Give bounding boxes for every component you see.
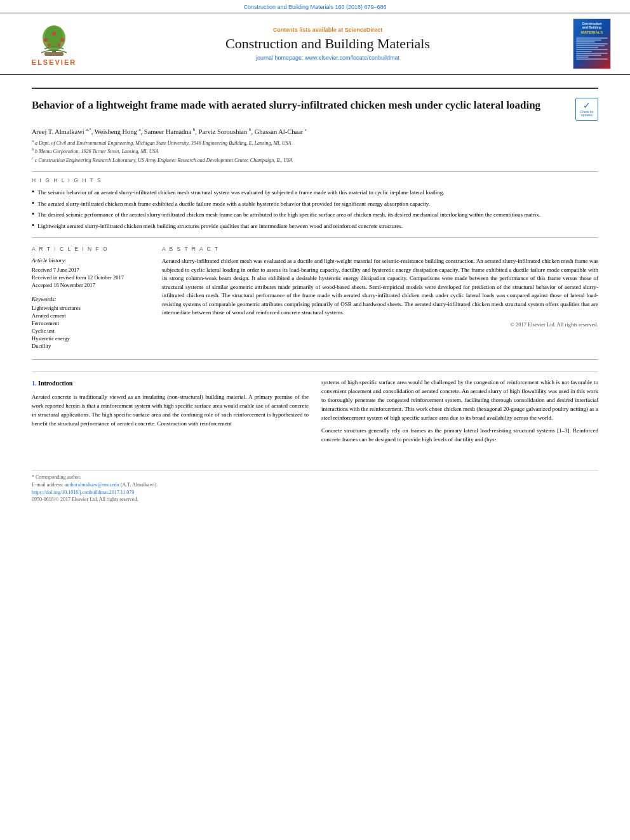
keyword-4: Cyclic test [32,328,149,334]
page-footer: * Corresponding author. E-mail address: … [32,470,598,502]
sciencedirect-link: Contents lists available at ScienceDirec… [89,27,566,33]
abstract-label: A B S T R A C T [162,246,598,252]
introduction-section: 1. Introduction Aerated concrete is trad… [32,371,598,448]
intro-para-2: systems of high specific surface area wo… [321,378,598,423]
sciencedirect-brand[interactable]: ScienceDirect [345,27,383,33]
intro-para-1: Aerated concrete is traditionally viewed… [32,393,309,429]
top-citation: Construction and Building Materials 160 … [0,0,630,13]
history-label: Article history: [32,257,149,263]
elsevier-logo: ELSEVIER [19,22,89,66]
footer-email: E-mail address: authoralmalkaw@msu.edu (… [32,482,598,488]
keyword-6: Ductility [32,343,149,349]
svg-point-5 [60,38,64,42]
affiliations: a a Dept. of Civil and Environmental Eng… [32,138,598,164]
affiliation-c: c c Construction Engineering Research La… [32,156,598,164]
intro-para-3: Concrete structures generally rely on fr… [321,427,598,444]
footer-email-address[interactable]: authoralmalkaw@msu.edu [65,482,119,488]
cover-decorative-lines [576,37,608,60]
highlights-label: H I G H L I G H T S [32,177,598,183]
svg-point-6 [48,43,51,46]
crossmark-badge[interactable]: ✓ Check for updates [575,98,598,121]
footer-corresponding: * Corresponding author. [32,474,598,480]
intro-two-col: 1. Introduction Aerated concrete is trad… [32,378,598,448]
abstract-col: A B S T R A C T Aerated slurry-infiltrat… [162,246,598,350]
journal-center: Contents lists available at ScienceDirec… [89,27,566,61]
journal-cover: Constructionand Building MATERIALS [566,18,611,69]
journal-header: ELSEVIER Contents lists available at Sci… [0,13,630,75]
main-content: Behavior of a lightweight frame made wit… [0,75,630,461]
footer-issn: 0950-0618/© 2017 Elsevier Ltd. All right… [32,497,598,502]
elsevier-tree-icon [32,22,76,57]
highlight-item-2: • The aerated slurry-infiltrated chicken… [32,200,598,208]
svg-point-7 [58,43,61,46]
citation-text: Construction and Building Materials 160 … [243,4,386,10]
svg-point-3 [44,38,48,42]
section-number: 1. [32,380,37,387]
affiliation-a: a a Dept. of Civil and Environmental Eng… [32,138,598,147]
highlight-text-2: The aerated slurry-infiltrated chicken m… [37,200,598,208]
article-title: Behavior of a lightweight frame made wit… [32,98,575,113]
article-history: Article history: Received 7 June 2017 Re… [32,257,149,288]
journal-cover-image: Constructionand Building MATERIALS [573,18,611,69]
article-info-label: A R T I C L E I N F O [32,246,149,252]
received-date: Received 7 June 2017 [32,267,149,273]
journal-title: Construction and Building Materials [89,36,566,52]
bullet-icon-2: • [32,199,34,207]
crossmark-icon: ✓ [583,102,591,110]
homepage-url[interactable]: www.elsevier.com/locate/conbuildmat [305,55,399,61]
keyword-2: Aerated cement [32,312,149,319]
bullet-icon-4: • [32,222,34,229]
article-title-section: Behavior of a lightweight frame made wit… [32,88,598,121]
page-wrapper: Construction and Building Materials 160 … [0,0,630,840]
abstract-body: Aerated slurry-infiltrated chicken mesh … [162,257,598,317]
copyright-line: © 2017 Elsevier Ltd. All rights reserved… [162,321,598,328]
divider-2 [32,237,598,238]
highlight-item-1: • The seismic behavior of an aerated slu… [32,189,598,197]
highlight-text-1: The seismic behavior of an aerated slurr… [37,189,598,197]
cover-subtitle-text: MATERIALS [581,30,603,34]
authors-line: Areej T. Almalkawi a,*, Weisheng Hong a,… [32,127,598,135]
affiliation-b: b b Metna Corporation, 1926 Turner Stree… [32,147,598,155]
bullet-icon-3: • [32,210,34,218]
info-abstract-section: A R T I C L E I N F O Article history: R… [32,246,598,350]
intro-right-col: systems of high specific surface area wo… [321,378,598,448]
divider-3 [32,359,598,360]
highlights-section: H I G H L I G H T S • The seismic behavi… [32,177,598,230]
highlight-text-4: Lightweight aerated slurry-infiltrated c… [37,222,598,230]
keyword-1: Lightweight structures [32,305,149,311]
svg-rect-8 [44,52,64,56]
section-heading-text: Introduction [38,380,72,387]
footer-doi[interactable]: https://doi.org/10.1016/j.conbuildmat.20… [32,490,598,495]
elsevier-text-label: ELSEVIER [32,58,76,66]
bullet-icon-1: • [32,188,34,196]
keyword-3: Ferrocement [32,320,149,326]
accepted-date: Accepted 16 November 2017 [32,282,149,288]
intro-left-col: 1. Introduction Aerated concrete is trad… [32,378,309,448]
keywords-section: Keywords: Lightweight structures Aerated… [32,296,149,349]
cover-title-text: Constructionand Building [582,22,601,29]
revised-date: Received in revised form 12 October 2017 [32,274,149,281]
highlight-item-3: • The desired seismic performance of the… [32,211,598,219]
divider-1 [32,171,598,172]
crossmark-label: Check for updates [577,110,596,117]
highlight-text-3: The desired seismic performance of the a… [37,211,598,219]
intro-heading: 1. Introduction [32,378,309,389]
highlight-item-4: • Lightweight aerated slurry-infiltrated… [32,222,598,230]
svg-point-2 [45,26,63,46]
journal-homepage: journal homepage: www.elsevier.com/locat… [89,55,566,61]
keywords-label: Keywords: [32,296,149,302]
svg-point-4 [52,32,56,36]
keyword-5: Hysteretic energy [32,335,149,342]
article-info-col: A R T I C L E I N F O Article history: R… [32,246,149,350]
